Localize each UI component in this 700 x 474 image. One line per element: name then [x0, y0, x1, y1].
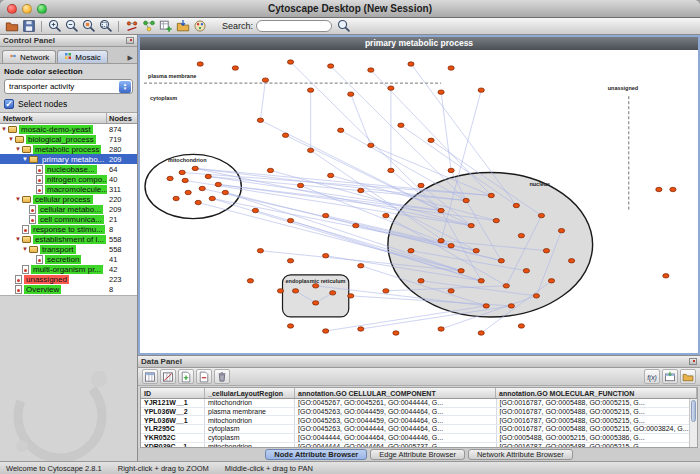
select-attributes-icon[interactable] — [142, 369, 158, 384]
network-node[interactable] — [173, 196, 179, 200]
network-node[interactable] — [518, 233, 524, 237]
network-node[interactable] — [282, 133, 288, 137]
expander-icon[interactable]: ▼ — [7, 134, 15, 144]
network-node[interactable] — [448, 168, 454, 172]
tree-item-nitrogen-compo[interactable]: nitrogen compo...40 — [0, 174, 137, 184]
network-node[interactable] — [533, 294, 539, 298]
float-panel-icon[interactable] — [689, 358, 697, 365]
network-node[interactable] — [252, 208, 258, 212]
network-node[interactable] — [358, 264, 364, 268]
network-node[interactable] — [308, 148, 314, 152]
tab-network[interactable]: Network — [2, 50, 56, 63]
network-node[interactable] — [323, 213, 329, 217]
network-edge[interactable] — [326, 306, 487, 331]
expander-icon[interactable]: ▼ — [14, 194, 22, 204]
network-node[interactable] — [287, 60, 293, 64]
network-node[interactable] — [197, 62, 203, 66]
network-node[interactable] — [215, 182, 221, 186]
network-node[interactable] — [383, 289, 389, 293]
network-node[interactable] — [262, 78, 268, 82]
network-node[interactable] — [478, 331, 484, 335]
network-node[interactable] — [538, 213, 544, 217]
network-node[interactable] — [199, 186, 205, 190]
network-node[interactable] — [205, 174, 211, 178]
network-node[interactable] — [438, 327, 444, 331]
network-node[interactable] — [167, 176, 173, 180]
network-node[interactable] — [408, 249, 414, 253]
network-node[interactable] — [368, 143, 374, 147]
network-node[interactable] — [185, 190, 191, 194]
tree-item-transport[interactable]: ▼transport558 — [0, 244, 137, 254]
network-node[interactable] — [267, 168, 273, 172]
expander-icon[interactable]: ▼ — [21, 154, 29, 164]
network-node[interactable] — [247, 279, 253, 283]
table-row[interactable]: YLR295Ccytoplasm[GO:0045263, GO:0044444,… — [141, 425, 697, 434]
network-node[interactable] — [358, 327, 364, 331]
tab-scroll-right-icon[interactable]: ▶ — [126, 54, 135, 63]
tab-node-attribute-browser[interactable]: Node Attribute Browser — [265, 449, 367, 460]
table-row[interactable]: YPL036W__1mitochondrion[GO:0045263, GO:0… — [141, 416, 697, 425]
network-canvas[interactable]: plasma membranecytoplasmmitochondrionnuc… — [140, 50, 698, 353]
network-node[interactable] — [323, 329, 329, 333]
network-node[interactable] — [498, 259, 504, 263]
zoom-out-icon[interactable] — [63, 18, 80, 34]
table-scrollbar[interactable] — [689, 399, 697, 447]
table-row[interactable]: YPL036W__2plasma membrane[GO:0045263, GO… — [141, 408, 697, 417]
network-node[interactable] — [192, 166, 198, 170]
network-node[interactable] — [232, 66, 238, 70]
network-node[interactable] — [323, 254, 329, 258]
network-node[interactable] — [257, 118, 263, 122]
zoom-window-button[interactable] — [37, 4, 47, 14]
tree-item-establishment-of-l[interactable]: ▼establishment of l...558 — [0, 234, 137, 244]
tree-item-mosaic-demo-yeast[interactable]: ▼mosaic-demo-yeast874 — [0, 124, 137, 134]
network-node[interactable] — [195, 200, 201, 204]
network-node[interactable] — [473, 249, 479, 253]
network-node[interactable] — [478, 88, 484, 92]
import-network-icon[interactable] — [174, 18, 191, 34]
network-node[interactable] — [182, 178, 188, 182]
tree-item-cellular-process[interactable]: ▼cellular process220 — [0, 194, 137, 204]
region-mitochondrion[interactable] — [145, 154, 241, 218]
network-node[interactable] — [209, 196, 215, 200]
network-node[interactable] — [328, 173, 334, 177]
network-node[interactable] — [393, 331, 399, 335]
network-node[interactable] — [463, 198, 469, 202]
network-node[interactable] — [656, 187, 662, 191]
network-node[interactable] — [418, 183, 424, 187]
network-node[interactable] — [508, 304, 514, 308]
save-icon[interactable] — [20, 18, 37, 34]
network-node[interactable] — [448, 243, 454, 247]
network-node[interactable] — [277, 289, 283, 293]
network-node[interactable] — [338, 128, 344, 132]
network-node[interactable] — [548, 279, 554, 283]
tree-column-network[interactable]: Network — [0, 113, 107, 123]
tree-item-unassigned[interactable]: unassigned223 — [0, 274, 137, 284]
network-node[interactable] — [513, 203, 519, 207]
network-node[interactable] — [308, 88, 314, 92]
open-folder-icon[interactable] — [680, 369, 696, 384]
tab-network-attribute-browser[interactable]: Network Attribute Browser — [468, 449, 573, 460]
search-options-icon[interactable] — [335, 18, 352, 34]
network-edge[interactable] — [441, 92, 451, 170]
tree-item-metabolic-process[interactable]: ▼metabolic process280 — [0, 144, 137, 154]
network-node[interactable] — [287, 218, 293, 222]
network-node[interactable] — [428, 138, 434, 142]
network-node[interactable] — [287, 259, 293, 263]
network-node[interactable] — [670, 187, 676, 191]
table-row[interactable]: YDR039C__1mitochondrion[GO:0044444, GO:0… — [141, 443, 697, 448]
network-node[interactable] — [313, 301, 319, 305]
column-header-annotation-go-molecular-function[interactable]: annotation.GO MOLECULAR_FUNCTION — [496, 388, 697, 398]
network-node[interactable] — [488, 193, 494, 197]
network-node[interactable] — [438, 238, 444, 242]
network-node[interactable] — [257, 249, 263, 253]
network-node[interactable] — [179, 170, 185, 174]
tree-item-multi-organism-pr[interactable]: multi-organism pr...42 — [0, 264, 137, 274]
column-header-annotation-go-cellular-component[interactable]: annotation.GO CELLULAR_COMPONENT — [295, 388, 496, 398]
network-node[interactable] — [483, 304, 489, 308]
network-node[interactable] — [348, 294, 354, 298]
new-attribute-icon[interactable] — [178, 369, 194, 384]
hide-selected-icon[interactable] — [123, 18, 140, 34]
search-input[interactable] — [256, 20, 332, 32]
tree-item-primary-metabo[interactable]: ▼primary metabo...209 — [0, 154, 137, 164]
table-row[interactable]: YJR121W__1mitochondrion[GO:0045267, GO:0… — [141, 399, 697, 408]
